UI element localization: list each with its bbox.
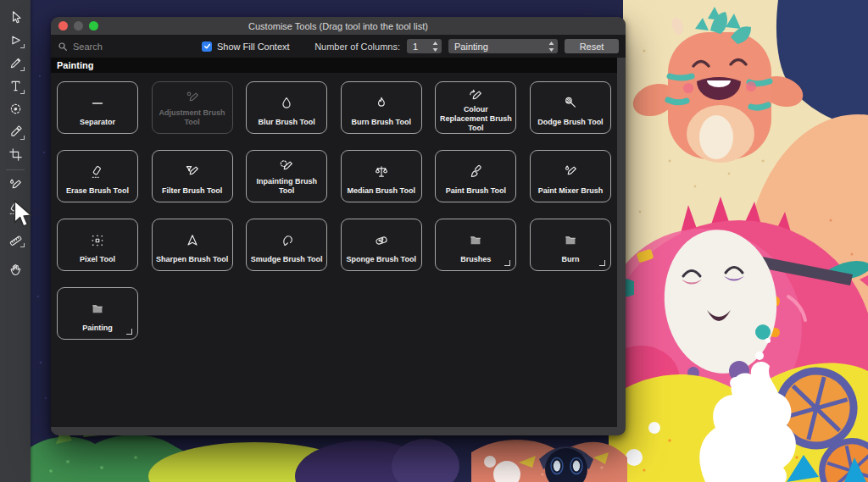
erase-brush-icon xyxy=(89,157,106,186)
tool-grid: SeparatorAdjustment Brush ToolBlur Brush… xyxy=(51,73,617,348)
tool-list: Painting SeparatorAdjustment Brush ToolB… xyxy=(51,58,617,427)
sidebar-selection-brush-tool[interactable] xyxy=(4,97,26,119)
tool-label: Colour Replacement Brush Tool xyxy=(439,105,512,132)
tool-pixel-tool[interactable]: Pixel Tool xyxy=(57,219,138,271)
columns-stepper[interactable]: 1 xyxy=(407,39,442,53)
stepper-chevrons-icon xyxy=(432,42,438,52)
colour-replacement-brush-icon xyxy=(467,88,484,105)
tool-label: Smudge Brush Tool xyxy=(251,255,323,264)
tool-label: Paint Brush Tool xyxy=(446,186,506,196)
pixel-tool-icon xyxy=(89,225,106,255)
tool-colour-replacement-brush-tool[interactable]: Colour Replacement Brush Tool xyxy=(435,81,516,134)
sharpen-brush-icon xyxy=(184,225,201,255)
sponge-brush-icon xyxy=(373,225,390,255)
inpainting-brush-icon xyxy=(278,157,295,177)
sidebar-pencil-tool[interactable] xyxy=(4,52,26,74)
window-title: Customise Tools (Drag tool into the tool… xyxy=(51,21,626,31)
hand-icon xyxy=(8,262,24,278)
paint-brush-icon xyxy=(467,157,484,186)
tool-paint-brush-tool[interactable]: Paint Brush Tool xyxy=(435,150,516,202)
tool-label: Inpainting Brush Tool xyxy=(250,177,323,196)
customise-tools-dialog: Customise Tools (Drag tool into the tool… xyxy=(51,17,626,435)
tool-label: Adjustment Brush Tool xyxy=(156,108,229,127)
tool-label: Brushes xyxy=(460,255,491,264)
burn-brush-icon xyxy=(373,88,390,118)
number-of-columns-label: Number of Columns: xyxy=(314,42,400,52)
tool-label: Sharpen Brush Tool xyxy=(156,255,228,264)
tool-smudge-brush-tool[interactable]: Smudge Brush Tool xyxy=(246,219,327,271)
flyout-corner-icon xyxy=(126,329,132,335)
columns-value: 1 xyxy=(413,42,429,52)
selection-brush-icon xyxy=(8,101,24,117)
tool-blur-brush-tool[interactable]: Blur Brush Tool xyxy=(246,81,327,134)
sidebar-crop-tool[interactable] xyxy=(4,143,26,165)
sidebar-colour-picker-tool[interactable] xyxy=(4,120,26,142)
tool-inpainting-brush-tool[interactable]: Inpainting Brush Tool xyxy=(246,150,327,202)
tool-label: Painting xyxy=(82,324,113,333)
sidebar-measure-tool[interactable] xyxy=(4,228,26,250)
tool-brushes[interactable]: Brushes xyxy=(435,219,516,271)
category-select[interactable]: Painting xyxy=(448,39,558,53)
tool-dodge-brush-tool[interactable]: Dodge Brush Tool xyxy=(530,81,611,134)
zoom-button[interactable] xyxy=(89,21,98,30)
tool-erase-brush-tool[interactable]: Erase Brush Tool xyxy=(57,150,138,202)
median-brush-icon xyxy=(373,157,390,186)
tool-separator[interactable]: Separator xyxy=(57,81,138,134)
tool-sponge-brush-tool[interactable]: Sponge Brush Tool xyxy=(341,219,422,271)
sidebar-move-tool[interactable] xyxy=(4,6,26,28)
mouse-cursor xyxy=(13,200,33,229)
show-fill-context-checkbox[interactable]: Show Fill Context xyxy=(202,42,290,52)
tool-label: Burn Brush Tool xyxy=(352,118,411,127)
tools-sidebar xyxy=(0,0,31,482)
checkbox-label: Show Fill Context xyxy=(217,42,290,52)
folder-icon xyxy=(89,294,106,324)
minimize-button[interactable] xyxy=(74,21,83,30)
section-header: Painting xyxy=(51,58,617,73)
flyout-corner-icon xyxy=(20,136,25,140)
paint-mixer-brush-icon xyxy=(562,157,579,186)
tool-filter-brush-tool[interactable]: Filter Brush Tool xyxy=(152,150,233,202)
flyout-corner-icon xyxy=(20,243,25,247)
tool-paint-mixer-brush[interactable]: Paint Mixer Brush xyxy=(530,150,611,202)
separator-icon xyxy=(89,88,106,118)
tool-painting[interactable]: Painting xyxy=(57,287,138,340)
scrollbar-track[interactable] xyxy=(617,58,626,427)
flyout-corner-icon xyxy=(20,90,25,94)
tool-sharpen-brush-tool[interactable]: Sharpen Brush Tool xyxy=(152,219,233,271)
sidebar-node-tool[interactable] xyxy=(4,29,26,51)
tool-burn[interactable]: Burn xyxy=(530,219,611,271)
category-value: Painting xyxy=(454,42,545,52)
folder-icon xyxy=(467,225,484,255)
search-icon xyxy=(58,42,68,52)
select-chevrons-icon xyxy=(548,42,554,52)
tool-burn-brush-tool[interactable]: Burn Brush Tool xyxy=(341,81,422,134)
tool-label: Paint Mixer Brush xyxy=(538,186,604,196)
flyout-corner-icon xyxy=(599,260,605,266)
sidebar-view-pan-tool[interactable] xyxy=(4,258,26,280)
dialog-toolbar: Search Show Fill Context Number of Colum… xyxy=(51,35,626,58)
traffic-lights xyxy=(58,17,98,35)
tool-median-brush-tool[interactable]: Median Brush Tool xyxy=(341,150,422,202)
tool-label: Dodge Brush Tool xyxy=(537,118,603,127)
filter-brush-icon xyxy=(184,157,201,186)
tool-label: Blur Brush Tool xyxy=(259,118,315,127)
tool-label: Separator xyxy=(80,118,115,127)
tool-label: Burn xyxy=(561,255,579,264)
checkbox-check-icon xyxy=(202,42,212,52)
reset-button[interactable]: Reset xyxy=(565,39,619,53)
tool-adjustment-brush-tool[interactable]: Adjustment Brush Tool xyxy=(152,81,233,134)
sidebar-text-tool[interactable] xyxy=(4,75,26,97)
sidebar-paint-mixer-brush-tool[interactable] xyxy=(4,175,26,197)
crop-icon xyxy=(8,147,24,163)
close-button[interactable] xyxy=(58,21,68,30)
search-placeholder: Search xyxy=(73,42,103,52)
move-icon xyxy=(8,9,24,25)
flyout-corner-icon xyxy=(20,44,25,48)
tool-label: Sponge Brush Tool xyxy=(347,255,416,264)
flyout-corner-icon xyxy=(504,260,510,266)
tool-label: Erase Brush Tool xyxy=(66,186,129,196)
adjustment-brush-icon xyxy=(184,88,201,108)
paint-mixer-brush-icon xyxy=(7,177,24,194)
search-input[interactable]: Search xyxy=(58,42,183,52)
dodge-brush-icon xyxy=(562,88,579,118)
